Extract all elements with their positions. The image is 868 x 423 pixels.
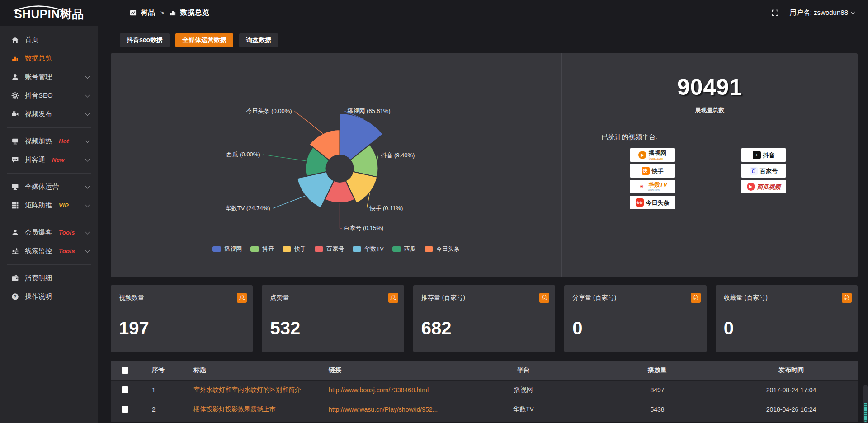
breadcrumb-separator: > [160,9,164,16]
sidebar-item-data-overview[interactable]: 数据总览 [0,49,98,68]
logo-arc-icon [12,5,65,11]
data-tabs: 抖音seo数据 全媒体运营数据 询盘数据 [120,33,858,47]
sidebar-item-home[interactable]: 首页 [0,31,98,49]
sidebar: 首页 数据总览 账号管理 抖音SEO 视频发布 视频加热 Hot 抖客通 New… [0,26,98,423]
sidebar-item-douyin-seo[interactable]: 抖音SEO [0,86,98,105]
bar-chart-icon [11,55,19,62]
impressions-summary: 90491 展现量总数 已统计的视频平台: ▶播视网boosj.com ♪抖音 … [562,53,858,277]
total-badge: 总 [842,293,852,303]
tab-douyin-seo-data[interactable]: 抖音seo数据 [120,33,170,47]
impressions-total-label: 展现量总数 [562,106,858,114]
new-badge: New [52,156,65,163]
xigua-logo-icon: ▶ [747,183,755,191]
platform-subtext: wasu.cn [648,188,660,192]
sidebar-item-label: 抖客通 [25,155,45,164]
chevron-down-icon [85,111,90,116]
legend-item[interactable]: 百家号 [315,245,344,253]
video-url-link[interactable]: http://www.boosj.com/7338468.html [329,386,429,394]
card-value: 0 [716,310,858,338]
legend-item[interactable]: 快手 [283,245,306,253]
user-menu[interactable]: 用户名: zswodun88 [790,9,854,17]
chevron-down-icon [85,93,90,97]
tab-inquiry-data[interactable]: 询盘数据 [239,33,278,47]
sidebar-item-spending-details[interactable]: 消费明细 [0,269,98,287]
grid-icon [11,202,19,209]
chevron-down-icon [85,230,90,234]
impressions-total-value: 90491 [562,74,858,100]
row-checkbox[interactable] [122,406,128,413]
sidebar-item-doketong[interactable]: 抖客通 New [0,150,98,169]
sidebar-item-instructions[interactable]: ? 操作说明 [0,287,98,306]
video-url-link[interactable]: http://www.wasu.cn/Play/show/id/952... [329,406,438,413]
platform-badge-toutiao: 头条今日头条 [630,196,675,209]
legend-label: 快手 [294,245,306,253]
legend-item[interactable]: 西瓜 [392,245,416,253]
row-checkbox[interactable] [122,386,128,393]
sidebar-divider [7,264,91,265]
kuaishou-logo-icon: 快 [642,167,650,175]
screen-icon [11,137,19,145]
platform-share-chart[interactable]: 播视网 (65.61%)抖音 (9.40%)快手 (0.11%)百家号 (0.1… [111,53,562,277]
stat-card-video-count: 视频数量总 197 [111,285,253,352]
column-header-platform: 平台 [457,361,590,380]
sidebar-item-video-publish[interactable]: 视频发布 [0,105,98,123]
cell-platform: 华数TV [457,400,590,419]
app-logo: SHUPIN树品 [0,4,98,22]
legend-label: 华数TV [364,245,384,253]
platform-name: 快手 [652,168,664,174]
sidebar-item-matrix-boost[interactable]: 矩阵助推 VIP [0,196,98,215]
vip-badge: VIP [59,202,69,209]
sidebar-item-omnimedia-operation[interactable]: 全媒体运营 [0,178,98,196]
rose-pie-chart[interactable]: 播视网 (65.61%)抖音 (9.40%)快手 (0.11%)百家号 (0.1… [111,53,561,277]
sidebar-item-account-management[interactable]: 账号管理 [0,68,98,86]
trend-chart-icon [130,9,137,16]
hot-badge: Hot [59,138,69,145]
topbar-controls: 用户名: zswodun88 [771,9,854,17]
sidebar-item-member-baoke[interactable]: 会员爆客 Tools [0,223,98,242]
label-line [263,155,307,161]
legend-item[interactable]: 华数TV [353,245,384,253]
label-line [273,196,306,208]
platform-name: 抖音 [763,152,775,158]
card-title: 点赞量 [270,294,289,302]
sidebar-item-clue-monitor[interactable]: 线索监控 Tools [0,242,98,260]
chevron-down-icon [85,74,90,79]
column-header-plays: 播放量 [590,361,725,380]
tab-omnimedia-operation-data[interactable]: 全媒体运营数据 [175,33,233,47]
scrollbar-thumb[interactable] [864,403,867,422]
video-title-link[interactable]: 楼体投影灯投影效果震撼上市 [193,405,276,413]
chart-legend: 播视网 抖音 快手 百家号 华数TV 西瓜 今日头条 [111,245,561,253]
card-value: 0 [564,310,706,338]
legend-item[interactable]: 今日头条 [425,245,460,253]
stat-card-favorites: 收藏量 (百家号)总 0 [716,285,858,352]
fullscreen-icon[interactable] [771,9,779,17]
svg-text:?: ? [14,294,16,299]
chevron-down-icon [85,157,90,161]
tools-badge: Tools [59,248,75,254]
video-title-link[interactable]: 室外水纹灯和室内水纹灯的区别和简介 [193,386,301,393]
chevron-down-icon [85,138,90,143]
pie-slice[interactable] [297,172,334,208]
wallet-icon [11,274,19,282]
cell-publish-time: 2017-08-24 17:04 [725,380,858,400]
card-title: 视频数量 [119,294,144,302]
legend-item[interactable]: 播视网 [212,245,242,253]
table-row-partial [111,419,858,422]
legend-swatch [353,246,361,252]
toutiao-logo-icon: 头条 [636,198,644,207]
breadcrumb: 树品 > 数据总览 [130,8,209,18]
breadcrumb-item-home[interactable]: 树品 [141,8,155,18]
scrollbar-track[interactable] [863,385,868,423]
cell-publish-time: 2018-04-26 16:24 [725,400,858,419]
sidebar-item-video-heating[interactable]: 视频加热 Hot [0,132,98,150]
card-value: 682 [413,310,555,338]
platform-badge-grid: ▶播视网boosj.com ♪抖音 快快手 百百家号 ✳华数TVwasu.cn … [630,148,858,209]
platform-badge-kuaishou: 快快手 [630,164,675,178]
user-icon [11,229,19,236]
gear-icon [11,92,19,99]
select-all-checkbox[interactable] [122,367,128,374]
platform-badge-boshiwang: ▶播视网boosj.com [630,148,675,162]
chevron-down-icon [85,184,90,188]
breadcrumb-item-current[interactable]: 数据总览 [180,8,209,18]
legend-item[interactable]: 抖音 [250,245,274,253]
